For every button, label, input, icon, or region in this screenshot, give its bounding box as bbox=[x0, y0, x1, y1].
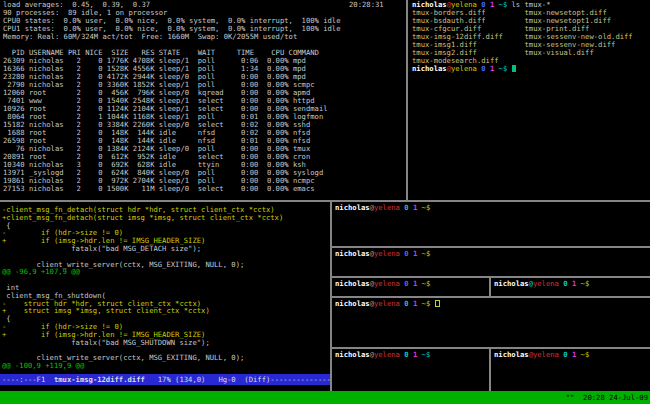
file-list: tmux-borders.diff tmux-newsetopt.difftmu… bbox=[412, 9, 650, 65]
pane-shell-6a[interactable]: nicholas@yelena 0 1 ~$ bbox=[333, 349, 490, 393]
pane-border-v4[interactable] bbox=[489, 278, 491, 296]
shell-prompt-line: nicholas@yelena 0 1 ~$ bbox=[335, 351, 490, 359]
shell-prompt-line: nicholas@yelena 0 1 ~$ bbox=[494, 280, 650, 288]
pane-border-v6[interactable] bbox=[489, 349, 491, 391]
shell-prompt-line: nicholas@yelena 0 1 ~$ bbox=[335, 280, 490, 288]
pane-shell-4a[interactable]: nicholas@yelena 0 1 ~$ bbox=[333, 278, 490, 298]
shell-prompt-line: nicholas@yelena 0 1 ~$ bbox=[412, 65, 650, 73]
pane-shell-4b[interactable]: nicholas@yelena 0 1 ~$ bbox=[492, 278, 650, 298]
pane-top-process-monitor[interactable]: load averages: 0.45, 0.39, 0.3790 proces… bbox=[0, 0, 409, 201]
shell-prompt-line: nicholas@yelena 0 1 ~$ bbox=[335, 250, 650, 258]
editor-buffer: -client_msg_fn_detach(struct hdr *hdr, s… bbox=[2, 206, 332, 370]
editor-modeline: ----:---F1 tmux-imsg-12diff.diff 17% (13… bbox=[0, 374, 332, 385]
text-cursor-inactive bbox=[435, 300, 440, 307]
pane-shell-3[interactable]: nicholas@yelena 0 1 ~$ bbox=[333, 248, 650, 278]
shell-prompt-line: nicholas@yelena 0 1 ~$ bbox=[335, 300, 650, 308]
pane-shell-2[interactable]: nicholas@yelena 0 1 ~$ bbox=[333, 202, 650, 248]
pane-shell-ls[interactable]: nicholas@yelena 0 1 ~$ ls tmux-* tmux-bo… bbox=[409, 0, 650, 201]
shell-prompt-line: nicholas@yelena 0 1 ~$ bbox=[494, 351, 650, 359]
pane-shell-6b[interactable]: nicholas@yelena 0 1 ~$ bbox=[492, 349, 650, 393]
text-cursor bbox=[512, 65, 516, 72]
pane-editor-diff[interactable]: -client_msg_fn_detach(struct hdr *hdr, s… bbox=[0, 202, 332, 394]
status-right-clock: "" 20:28 24-Jul-09 bbox=[566, 391, 648, 404]
tmux-terminal-screen: load averages: 0.45, 0.39, 0.3790 proces… bbox=[0, 0, 650, 404]
shell-prompt-line: nicholas@yelena 0 1 ~$ bbox=[335, 204, 650, 212]
pane-border-vertical-top[interactable] bbox=[406, 0, 408, 200]
top-clock: 20:28:31 bbox=[349, 1, 384, 9]
tmux-status-bar[interactable]: [0] 0:irssi# 1:todo 2:ncmpc- 3:mutt 4:ss… bbox=[0, 391, 650, 404]
pane-shell-5[interactable]: nicholas@yelena 0 1 ~$ bbox=[333, 298, 650, 349]
